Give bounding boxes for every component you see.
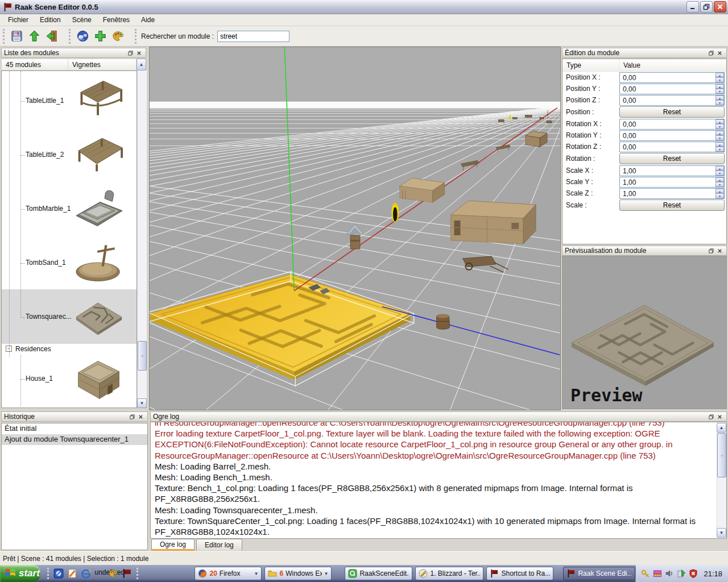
spin-up-icon[interactable]: ▲ <box>715 166 724 171</box>
scene-object-barrel[interactable] <box>436 314 449 330</box>
key-icon[interactable] <box>641 569 650 578</box>
search-module-input[interactable] <box>217 31 289 42</box>
add-module-button[interactable] <box>92 28 109 45</box>
mirc-icon[interactable] <box>653 569 662 578</box>
value-spinbox[interactable]: 1,00▲▼ <box>619 165 725 176</box>
reset-button[interactable]: Reset <box>619 153 725 164</box>
taskbar-task-button[interactable]: 6Windows Ex...▼ <box>264 567 332 580</box>
spin-down-icon[interactable]: ▼ <box>715 193 724 198</box>
module-list-item[interactable]: House_1 <box>2 354 136 404</box>
spin-down-icon[interactable]: ▼ <box>715 124 724 129</box>
security-alert-icon[interactable] <box>689 569 698 578</box>
menu-edition[interactable]: Edition <box>34 14 67 26</box>
type-header[interactable]: Type <box>562 59 619 71</box>
group-expand-icon[interactable]: ▼ <box>254 571 259 576</box>
value-spinbox[interactable]: 1,00▲▼ <box>619 188 725 199</box>
start-button[interactable]: start <box>0 565 40 582</box>
float-panel-icon[interactable] <box>126 49 135 57</box>
spin-down-icon[interactable]: ▼ <box>715 135 724 140</box>
module-list-item[interactable]: TombSand_1 <box>2 235 136 289</box>
tab-editor-log[interactable]: Editor log <box>196 539 242 551</box>
spin-up-icon[interactable]: ▲ <box>715 142 724 147</box>
spin-up-icon[interactable]: ▲ <box>715 73 724 78</box>
volume-icon[interactable] <box>665 569 674 578</box>
value-spinbox[interactable]: 0,00▲▼ <box>619 72 725 83</box>
spin-up-icon[interactable]: ▲ <box>715 119 724 124</box>
taskbar-task-button[interactable]: RaakSceneEdit... <box>345 567 412 580</box>
module-list-item[interactable]: Townsquarec... <box>2 289 136 344</box>
history-item[interactable]: État initial <box>2 423 147 434</box>
menu-scene[interactable]: Scène <box>67 14 97 26</box>
modules-scrollbar-thumb[interactable]: ≡ <box>138 341 147 371</box>
reset-button[interactable]: Reset <box>619 199 725 211</box>
value-spinbox[interactable]: 0,00▲▼ <box>619 130 725 141</box>
modules-thumb-header[interactable]: Vignettes <box>68 59 136 70</box>
module-list-item[interactable]: TableLittle_2 <box>2 127 136 181</box>
float-panel-icon[interactable] <box>707 247 715 255</box>
log-output[interactable]: in ResourceGroupManager::openResource at… <box>150 422 727 539</box>
spin-up-icon[interactable]: ▲ <box>715 189 724 194</box>
value-spinbox[interactable]: 0,00▲▼ <box>619 84 725 94</box>
spin-down-icon[interactable]: ▼ <box>715 147 724 152</box>
value-header[interactable]: Value <box>619 59 726 71</box>
taskbar-task-button[interactable]: 1. Blizzard - Ter... <box>415 567 483 580</box>
toolbar-drag-handle[interactable] <box>69 29 71 44</box>
menu-fenetres[interactable]: Fenêtres <box>97 14 135 26</box>
update-icon[interactable] <box>677 569 686 578</box>
float-panel-icon[interactable] <box>707 49 715 57</box>
close-button[interactable] <box>714 1 726 13</box>
scene-object-character[interactable] <box>391 203 399 222</box>
close-panel-icon[interactable] <box>715 413 724 421</box>
module-list-item[interactable]: TombMarble_1 <box>2 181 136 235</box>
spin-down-icon[interactable]: ▼ <box>715 182 724 187</box>
document-icon[interactable] <box>67 568 77 579</box>
world-button[interactable] <box>74 28 92 45</box>
raak-flag-icon[interactable] <box>122 568 132 579</box>
ie-icon[interactable] <box>81 568 91 579</box>
scene-object-crate[interactable] <box>400 178 445 202</box>
paint-button[interactable] <box>109 28 127 45</box>
float-panel-icon[interactable] <box>128 413 136 421</box>
group-expand-icon[interactable]: ▼ <box>324 571 329 576</box>
spin-up-icon[interactable]: ▲ <box>715 131 724 136</box>
paint-icon[interactable] <box>108 568 118 579</box>
tab-ogre-log[interactable]: Ogre log <box>151 539 195 551</box>
value-spinbox[interactable]: 0,00▲▼ <box>619 119 725 130</box>
scroll-up-icon[interactable]: ▲ <box>717 423 726 433</box>
module-group-residences[interactable]: −Residences <box>2 344 136 354</box>
quit-button[interactable] <box>43 28 61 45</box>
modules-scrollbar[interactable]: ≡ <box>137 70 147 398</box>
save-button[interactable] <box>8 28 26 45</box>
scroll-down-icon[interactable]: ▼ <box>717 528 726 538</box>
modules-count-header[interactable]: 45 modules <box>1 59 68 70</box>
quicklaunch-separator[interactable] <box>47 568 49 579</box>
firefox-icon[interactable]: undefined <box>94 568 105 579</box>
scene-object-house[interactable] <box>451 201 536 244</box>
scroll-down-icon[interactable]: ▼ <box>137 398 147 408</box>
scroll-up-icon[interactable]: ▲ <box>136 59 146 70</box>
close-panel-icon[interactable] <box>135 49 143 57</box>
taskbar-task-button[interactable]: 20Firefox▼ <box>195 567 262 580</box>
minimize-button[interactable] <box>686 1 699 13</box>
close-panel-icon[interactable] <box>715 247 724 255</box>
float-panel-icon[interactable] <box>707 413 715 421</box>
spin-up-icon[interactable]: ▲ <box>715 95 724 101</box>
close-panel-icon[interactable] <box>715 49 724 57</box>
log-scrollbar[interactable]: ≡ <box>717 433 726 528</box>
spin-down-icon[interactable]: ▼ <box>715 89 724 94</box>
value-spinbox[interactable]: 0,00▲▼ <box>619 95 725 106</box>
spin-down-icon[interactable]: ▼ <box>715 171 724 176</box>
export-button[interactable] <box>26 28 43 45</box>
spin-up-icon[interactable]: ▲ <box>715 84 724 89</box>
spin-down-icon[interactable]: ▼ <box>715 100 724 105</box>
taskbar-task-button[interactable]: Shortcut to Ra... <box>486 567 553 580</box>
restore-button[interactable] <box>700 1 713 13</box>
toolbar-drag-handle[interactable] <box>3 29 5 44</box>
toolbar-drag-handle[interactable] <box>135 29 136 44</box>
spin-down-icon[interactable]: ▼ <box>715 77 724 82</box>
menu-aide[interactable]: Aide <box>135 14 160 26</box>
module-list-item[interactable]: TableLittle_1 <box>2 73 136 127</box>
reset-button[interactable]: Reset <box>619 106 725 118</box>
spin-up-icon[interactable]: ▲ <box>715 177 724 182</box>
quicklaunch-separator[interactable] <box>136 568 138 579</box>
